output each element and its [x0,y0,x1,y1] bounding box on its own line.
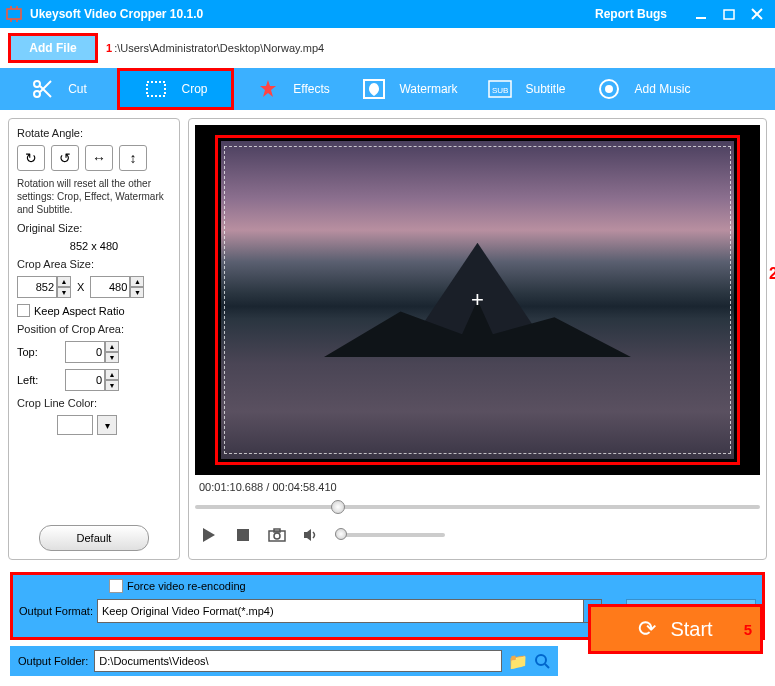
add-file-button[interactable]: Add File [8,33,98,63]
svg-point-19 [536,655,546,665]
tab-watermark[interactable]: Watermark [351,68,468,110]
original-size-value: 852 x 480 [17,240,171,252]
crop-width-up[interactable]: ▲ [57,276,71,287]
crop-width-input[interactable] [17,276,57,298]
start-button[interactable]: ⟳ Start 5 [591,607,760,651]
top-down[interactable]: ▼ [105,352,119,363]
open-folder-icon[interactable] [534,653,550,669]
crop-height-spinner[interactable]: ▲▼ [90,276,144,298]
tab-cut-label: Cut [68,82,87,96]
svg-rect-2 [724,10,734,19]
crop-height-down[interactable]: ▼ [130,287,144,298]
flip-horizontal-button[interactable]: ↔ [85,145,113,171]
browse-folder-icon[interactable]: 📁 [508,652,528,671]
top-input[interactable] [65,341,105,363]
app-window: Ukeysoft Video Cropper 10.1.0 Report Bug… [0,0,775,686]
force-reencode-row: Force video re-encoding [109,579,756,593]
output-folder-row: Output Folder: D:\Documents\Videos\ 📁 [10,646,558,676]
output-format-label: Output Format: [19,605,93,617]
tab-effects[interactable]: Effects [234,68,351,110]
default-button[interactable]: Default [39,525,149,551]
preview-panel: + 2 00:01:10.688 / 00:04:58.410 [188,118,767,560]
seek-track [195,505,760,509]
svg-point-14 [606,86,612,92]
volume-slider[interactable] [335,533,445,537]
crop-dimensions: ▲▼ X ▲▼ [17,276,171,298]
top-spinner[interactable]: ▲▼ [65,341,119,363]
output-format-value: Keep Original Video Format(*.mp4) [98,605,583,617]
tab-subtitle[interactable]: SUB Subtitle [468,68,585,110]
color-dropdown-button[interactable]: ▾ [97,415,117,435]
position-label: Position of Crop Area: [17,323,171,335]
keep-aspect-label: Keep Aspect Ratio [34,305,125,317]
stop-button[interactable] [233,525,253,545]
svg-text:SUB: SUB [492,86,508,95]
pos-top-row: Top: ▲▼ [17,341,171,363]
close-button[interactable] [743,4,771,24]
maximize-button[interactable] [715,4,743,24]
titlebar: Ukeysoft Video Cropper 10.1.0 Report Bug… [0,0,775,28]
top-label: Top: [17,346,47,358]
tab-bar: Cut Crop Effects Watermark SUB Subtitle … [0,68,775,110]
start-button-wrap: ⟳ Start 5 [588,604,763,654]
rotate-ccw-button[interactable]: ↺ [51,145,79,171]
effects-icon [255,76,281,102]
app-title: Ukeysoft Video Cropper 10.1.0 [30,7,595,21]
left-spinner[interactable]: ▲▼ [65,369,119,391]
refresh-icon: ⟳ [638,616,656,642]
svg-line-20 [545,664,549,668]
crop-height-input[interactable] [90,276,130,298]
rotate-note: Rotation will reset all the other settin… [17,177,171,216]
keep-aspect-checkbox[interactable] [17,304,30,317]
left-label: Left: [17,374,47,386]
original-size-label: Original Size: [17,222,171,234]
seek-slider[interactable] [195,497,760,517]
color-picker: ▾ [57,415,171,435]
tab-addmusic[interactable]: Add Music [585,68,702,110]
x-separator: X [77,281,84,293]
play-button[interactable] [199,525,219,545]
force-reencode-checkbox[interactable] [109,579,123,593]
tab-cut[interactable]: Cut [0,68,117,110]
addfile-row: Add File 1 :\Users\Administrator\Desktop… [0,28,775,68]
crop-width-spinner[interactable]: ▲▼ [17,276,71,298]
svg-point-5 [34,81,40,87]
left-input[interactable] [65,369,105,391]
report-bugs-link[interactable]: Report Bugs [595,7,667,21]
color-swatch[interactable] [57,415,93,435]
minimize-button[interactable] [687,4,715,24]
rotate-label: Rotate Angle: [17,127,171,139]
crosshair-icon: + [471,287,484,313]
output-folder-input[interactable]: D:\Documents\Videos\ [94,650,502,672]
keep-aspect-row: Keep Aspect Ratio [17,304,171,317]
rotate-cw-button[interactable]: ↻ [17,145,45,171]
svg-rect-15 [237,529,249,541]
flip-vertical-button[interactable]: ↕ [119,145,147,171]
seek-thumb[interactable] [331,500,345,514]
crop-width-down[interactable]: ▼ [57,287,71,298]
volume-thumb[interactable] [335,528,347,540]
file-path: 1 :\Users\Administrator\Desktop\Norway.m… [106,42,324,54]
tab-crop[interactable]: Crop [117,68,234,110]
tab-watermark-label: Watermark [399,82,457,96]
snapshot-button[interactable] [267,525,287,545]
left-up[interactable]: ▲ [105,369,119,380]
volume-icon[interactable] [301,525,321,545]
subtitle-icon: SUB [487,76,513,102]
rotate-buttons: ↻ ↺ ↔ ↕ [17,145,171,171]
annotation-5: 5 [744,621,752,638]
crop-line-color-label: Crop Line Color: [17,397,171,409]
left-down[interactable]: ▼ [105,380,119,391]
svg-rect-0 [7,9,21,19]
output-format-select[interactable]: Keep Original Video Format(*.mp4) ▲ [97,599,602,623]
app-logo-icon [4,4,24,24]
svg-rect-9 [147,82,165,96]
top-up[interactable]: ▲ [105,341,119,352]
video-preview[interactable]: + 2 [195,125,760,475]
annotation-2: 2 [769,265,775,283]
scissors-icon [30,76,56,102]
force-reencode-label: Force video re-encoding [127,580,246,592]
crop-height-up[interactable]: ▲ [130,276,144,287]
crop-icon [143,76,169,102]
pos-left-row: Left: ▲▼ [17,369,171,391]
